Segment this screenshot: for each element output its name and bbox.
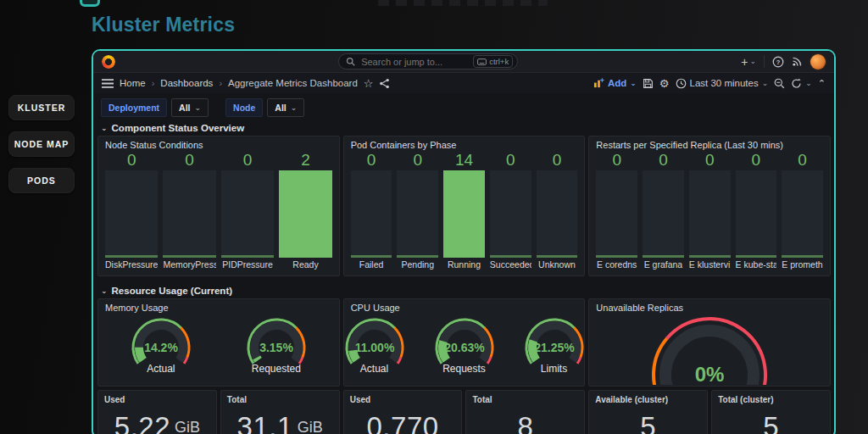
sidebar: KLUSTER NODE MAP PODS: [8, 95, 75, 193]
sidebar-item-kluster[interactable]: KLUSTER: [8, 95, 75, 120]
bar-value: 0: [736, 151, 777, 170]
stat-panel-used: Used0.770: [343, 390, 463, 434]
news-rss-icon[interactable]: [792, 56, 803, 67]
collapse-topbar-icon[interactable]: ⌃: [818, 79, 826, 88]
panel-title[interactable]: Used: [344, 391, 462, 404]
search-input-wrap[interactable]: ctrl+k: [338, 53, 518, 70]
panel-title[interactable]: Unavailable Replicas: [589, 299, 830, 314]
bar-label: E prometh...: [782, 259, 823, 272]
panel-title[interactable]: Node Status Conditions: [98, 136, 339, 151]
user-avatar[interactable]: [810, 54, 826, 70]
bar-fill: [736, 170, 777, 258]
panel-title[interactable]: Pod Containers by Phase: [344, 136, 585, 151]
sidebar-item-pods[interactable]: PODS: [8, 168, 75, 193]
bar-value: 0: [397, 151, 438, 170]
new-button[interactable]: +⌄: [741, 56, 756, 68]
bar-value: 2: [279, 151, 331, 170]
app-background: Kluster Metrics KLUSTER NODE MAP PODS: [0, 0, 868, 434]
template-variables: Deployment All⌄ Node All⌄: [97, 97, 831, 119]
bar-fill: [643, 170, 684, 258]
divider: [764, 55, 765, 68]
add-button[interactable]: + Add⌄: [593, 78, 637, 88]
bar-ready: 2Ready: [279, 151, 331, 272]
stat-value: 5.22GiB: [98, 404, 216, 434]
search-input[interactable]: [359, 56, 469, 68]
bar-label: Pending: [397, 259, 438, 272]
bar-failed: 0Failed: [351, 151, 392, 272]
bar-fill: [490, 170, 531, 258]
variable-label-deployment[interactable]: Deployment: [101, 98, 167, 117]
panel-title[interactable]: Total (cluster): [712, 391, 830, 404]
save-icon[interactable]: [643, 78, 654, 89]
bar-fill: [163, 170, 215, 258]
breadcrumb-separator: ›: [152, 78, 155, 88]
topnav-right: +⌄ ?: [741, 54, 826, 70]
svg-text:?: ?: [776, 58, 781, 65]
gauge-arc: 14.2%: [122, 314, 200, 368]
row-header-component-status[interactable]: ⌄Component Status Overview: [97, 120, 831, 136]
bar-value: 0: [537, 151, 578, 170]
breadcrumb-dashboards[interactable]: Dashboards: [160, 78, 213, 88]
panel-title[interactable]: Memory Usage: [98, 299, 339, 314]
breadcrumb-separator: ›: [219, 78, 222, 88]
help-icon[interactable]: ?: [772, 56, 784, 68]
panel-title[interactable]: Available (cluster): [589, 391, 707, 404]
bar-value: 0: [689, 151, 731, 170]
bar-value: 0: [490, 151, 531, 170]
panel-title[interactable]: CPU Usage: [344, 299, 585, 314]
stat-panels-row: Used5.22GiBTotal31.1GiBUsed0.770Total8Av…: [97, 390, 831, 434]
bar-fill: [537, 170, 578, 258]
gauge-arc: 21.25%: [515, 314, 586, 368]
share-icon[interactable]: [379, 78, 390, 89]
panel-title[interactable]: Total: [221, 391, 339, 404]
sidebar-item-node-map[interactable]: NODE MAP: [8, 131, 75, 157]
settings-gear-icon[interactable]: ⚙: [659, 77, 670, 90]
refresh-button[interactable]: ⌄: [791, 78, 812, 89]
stat-panel-total: Total31.1GiB: [220, 390, 340, 434]
svg-text:21.25%: 21.25%: [534, 341, 575, 354]
bar-label: Running: [443, 259, 485, 272]
variable-label-node[interactable]: Node: [225, 98, 263, 117]
gauge-label: Requested: [252, 363, 301, 375]
panel-title[interactable]: Used: [98, 391, 216, 404]
variable-value-deployment[interactable]: All⌄: [171, 98, 209, 117]
app-logo-cutoff: [80, 0, 100, 7]
stat-value: 5: [589, 404, 707, 434]
panel-unavailable-replicas: Unavailable Replicas0%: [588, 298, 831, 387]
bar-succeeded: 0Succeeded: [490, 151, 531, 272]
time-range-picker[interactable]: Last 30 minutes⌄: [676, 78, 769, 89]
bar-label: E grafana: [643, 259, 684, 272]
breadcrumb-home[interactable]: Home: [120, 78, 146, 88]
bar-label: Unknown: [537, 259, 578, 272]
gauge-label: Actual: [147, 363, 175, 375]
bar-fill: [351, 170, 392, 258]
gauge-unavailable-replicas: 0%: [620, 314, 798, 385]
bar-fill: [397, 170, 438, 258]
star-icon[interactable]: ☆: [364, 78, 374, 89]
bar-fill: [443, 170, 485, 258]
bar-e-prometh: 0E prometh...: [782, 151, 823, 272]
grafana-logo-icon[interactable]: [102, 55, 115, 69]
bar-label: E klustervi...: [689, 259, 731, 272]
breadcrumb-current: Aggregate Metrics Dashboard: [228, 78, 358, 88]
variable-value-node[interactable]: All⌄: [267, 98, 304, 117]
svg-text:14.2%: 14.2%: [144, 341, 178, 354]
grafana-topnav: ctrl+k +⌄ ?: [93, 51, 834, 73]
gauge-label: Actual: [360, 363, 388, 375]
bar-fill: [279, 170, 331, 258]
bar-label: DiskPressure: [105, 259, 158, 272]
menu-hamburger-icon[interactable]: [102, 79, 114, 88]
bar-memorypressu: 0MemoryPressu...: [163, 151, 215, 272]
panel-node-status-conditions: Node Status Conditions0DiskPressure0Memo…: [97, 136, 340, 276]
stat-panel-available-cluster: Available (cluster)5: [588, 390, 708, 434]
bar-value: 0: [782, 151, 823, 170]
zoom-out-icon[interactable]: [774, 78, 785, 89]
panel-title[interactable]: Restarts per Specified Replica (Last 30 …: [589, 136, 830, 151]
bar-fill: [782, 170, 823, 258]
bar-unknown: 0Unknown: [537, 151, 578, 272]
panel-title[interactable]: Total: [466, 391, 584, 404]
row-header-resource-usage[interactable]: ⌄Resource Usage (Current): [97, 283, 831, 298]
bar-fill: [596, 170, 637, 258]
gauge-arc: 20.63%: [426, 314, 504, 368]
add-panel-icon: +: [593, 78, 604, 88]
